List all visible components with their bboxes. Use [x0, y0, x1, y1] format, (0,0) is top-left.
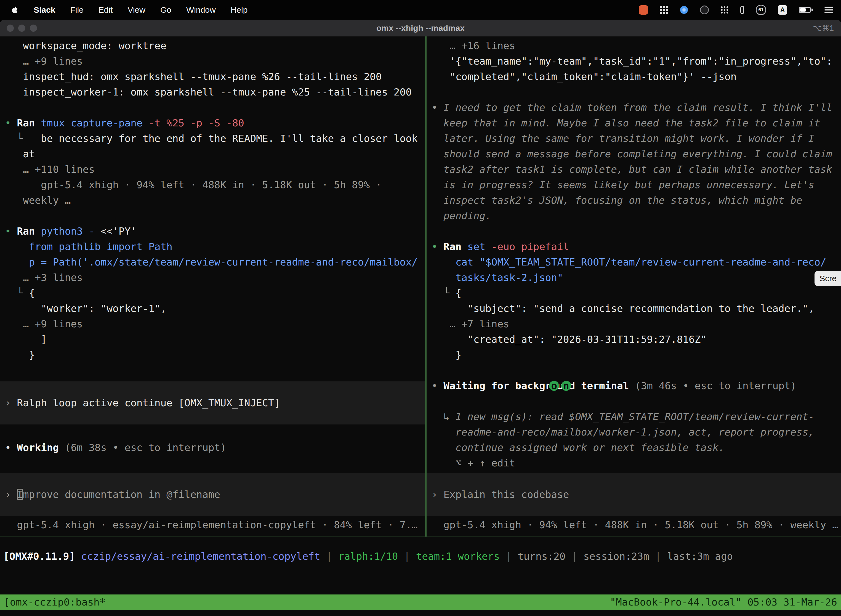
- prompt-line: › Ralph loop active continue [OMX_TMUX_I…: [0, 395, 425, 411]
- terminal-line: ↳ 1 new msg(s): read $OMX_TEAM_STATE_ROO…: [426, 409, 841, 424]
- text-segment: set: [467, 241, 491, 252]
- text-segment: ⌥ + ↑ edit: [432, 457, 515, 469]
- terminal-blank-line: [0, 208, 425, 224]
- text-segment: ›: [432, 489, 443, 500]
- terminal-line: … +9 lines: [0, 316, 425, 332]
- text-segment: {: [456, 287, 462, 299]
- text-segment: … +9 lines: [5, 56, 83, 67]
- text-segment: inspect_worker-1: omx sparkshell --tmux-…: [5, 87, 412, 98]
- terminal-line: • Ran tmux capture-pane -t %25 -p -S -80: [0, 115, 425, 131]
- menu-item-window[interactable]: Window: [186, 5, 216, 15]
- grid-app-icon[interactable]: [660, 6, 668, 14]
- text-segment: should send a message before completing …: [432, 148, 832, 160]
- menu-item-help[interactable]: Help: [231, 5, 248, 15]
- terminal-line: "completed","claim_token":"claim-token"}…: [426, 69, 841, 84]
- text-segment: last:3m ago: [667, 551, 733, 562]
- tmux-panes: workspace_mode: worktree … +9 lines insp…: [0, 37, 841, 537]
- text-segment: •: [432, 102, 443, 113]
- text-segment: keep that in mind. Maybe I also need the…: [432, 117, 820, 129]
- terminal-line: readme-and-reco/mailbox/worker-1.json, a…: [426, 424, 841, 440]
- text-segment: team:1 workers: [416, 551, 500, 562]
- text-segment: gpt-5.4 xhigh · 94% left · 488K in · 5.1…: [5, 179, 382, 191]
- terminal-line: … +3 lines: [0, 270, 425, 285]
- text-segment: at: [5, 148, 35, 160]
- control-lines-icon[interactable]: [825, 7, 833, 13]
- text-segment: ›: [5, 397, 17, 408]
- text-segment: Ran: [17, 117, 41, 129]
- text-segment: |: [398, 551, 416, 562]
- menu-items: FileEditViewGoWindowHelp: [70, 5, 248, 15]
- prompt-box[interactable]: › Improve documentation in @filename: [0, 473, 425, 516]
- prompt-box[interactable]: › Ralph loop active continue [OMX_TMUX_I…: [0, 381, 425, 424]
- menu-item-go[interactable]: Go: [160, 5, 171, 15]
- text-segment: -t %25 -p -S -80: [148, 117, 244, 129]
- terminal-blank-line: [0, 100, 425, 115]
- terminal-line: weekly …: [0, 193, 425, 208]
- menu-item-file[interactable]: File: [70, 5, 84, 15]
- terminal-line: pending.: [426, 208, 841, 224]
- text-segment: later. Using the same for transition mig…: [432, 133, 814, 144]
- text-segment: Explain this codebase: [443, 489, 569, 500]
- terminal-line: … +9 lines: [0, 54, 425, 69]
- text-segment: gpt-5.4 xhigh · essay/ai-reimplementatio…: [5, 519, 418, 531]
- text-segment: I need to get the claim token from the c…: [443, 102, 832, 113]
- text-segment: cczip/essay/ai-reimplementation-copyleft: [81, 551, 320, 562]
- screen-recording-stop-icon[interactable]: [639, 5, 648, 15]
- text-segment: •: [432, 241, 443, 252]
- text-segment: '{"team_name":"my-team","task_id":"1","f…: [432, 56, 832, 67]
- text-segment: … +110 lines: [5, 164, 95, 175]
- terminal-pane-right[interactable]: … +16 lines '{"team_name":"my-team","tas…: [426, 37, 841, 537]
- terminal-line: task2 after task1 is complete, but can I…: [426, 162, 841, 177]
- terminal-line: "worker": "worker-1",: [0, 301, 425, 316]
- text-segment: weekly …: [5, 195, 70, 206]
- prompt-box[interactable]: › Explain this codebase: [426, 473, 841, 516]
- text-segment: … +16 lines: [432, 40, 515, 51]
- text-segment: tmux capture-pane: [41, 117, 148, 129]
- text-segment: Ran: [17, 226, 41, 237]
- battery-icon[interactable]: [799, 7, 813, 13]
- text-segment: (3m 46s • esc to interrupt): [635, 380, 796, 392]
- apple-menu-icon[interactable]: [12, 6, 19, 14]
- text-segment: mprove documentation in @filename: [23, 489, 220, 500]
- text-segment: ]: [5, 334, 47, 345]
- blue-app-icon[interactable]: [680, 6, 689, 14]
- omx-status-line: [OMX#0.11.9] cczip/essay/ai-reimplementa…: [0, 549, 841, 564]
- terminal-line: • I need to get the claim token from the…: [426, 100, 841, 115]
- text-segment: 1 new msg(s): read $OMX_TEAM_STATE_ROOT/…: [456, 411, 814, 422]
- terminal-line: workspace_mode: worktree: [0, 38, 425, 54]
- terminal-line: continue assigned work or next feasible …: [426, 440, 841, 455]
- terminal-window: workspace_mode: worktree … +9 lines insp…: [0, 37, 841, 616]
- terminal-blank-line: [426, 84, 841, 100]
- terminal-line: is in progress? It seems likely but perh…: [426, 177, 841, 193]
- terminal-line: └ be necessary for the end of the README…: [0, 131, 425, 146]
- text-segment: |: [649, 551, 667, 562]
- battery-gauge-icon[interactable]: 61: [756, 5, 766, 15]
- text-segment: n: [563, 380, 569, 392]
- input-source-icon[interactable]: A: [778, 5, 787, 15]
- terminal-line: gpt-5.4 xhigh · 94% left · 488K in · 5.1…: [0, 177, 425, 193]
- active-app-name[interactable]: Slack: [34, 5, 55, 15]
- text-segment: inspect task2's JSON, focusing on the st…: [432, 195, 802, 206]
- terminal-line: '{"team_name":"my-team","task_id":"1","f…: [426, 54, 841, 69]
- text-segment: … +3 lines: [5, 272, 83, 283]
- dots-grid-icon[interactable]: [721, 6, 729, 14]
- menu-item-view[interactable]: View: [127, 5, 145, 15]
- text-segment: python3 -: [41, 226, 95, 237]
- spacer: [0, 363, 425, 381]
- tmux-status-bar: [omx-cczip0:bash* "MacBook-Pro-44.local"…: [0, 594, 841, 610]
- menu-item-edit[interactable]: Edit: [98, 5, 113, 15]
- slim-app-icon[interactable]: [740, 6, 744, 14]
- text-segment: tasks/task-2.json": [432, 272, 563, 283]
- tmux-host-clock: "MacBook-Pro-44.local" 05:03 31-Mar-26: [610, 594, 837, 610]
- text-segment: o: [551, 380, 557, 392]
- text-segment: Waiting for backgr: [443, 380, 551, 392]
- text-segment: Ralph loop active continue [OMX_TMUX_INJ…: [17, 397, 280, 408]
- terminal-pane-left[interactable]: workspace_mode: worktree … +9 lines insp…: [0, 37, 425, 537]
- terminal-blank-line: [426, 363, 841, 378]
- dark-circle-app-icon[interactable]: [700, 6, 709, 14]
- text-segment: from pathlib import Path: [5, 241, 173, 252]
- text-segment: task2 after task1 is complete, but can I…: [432, 164, 832, 175]
- terminal-line: ⌥ + ↑ edit: [426, 455, 841, 471]
- menu-bar: Slack FileEditViewGoWindowHelp 61: [0, 0, 841, 20]
- text-segment: I: [17, 489, 23, 500]
